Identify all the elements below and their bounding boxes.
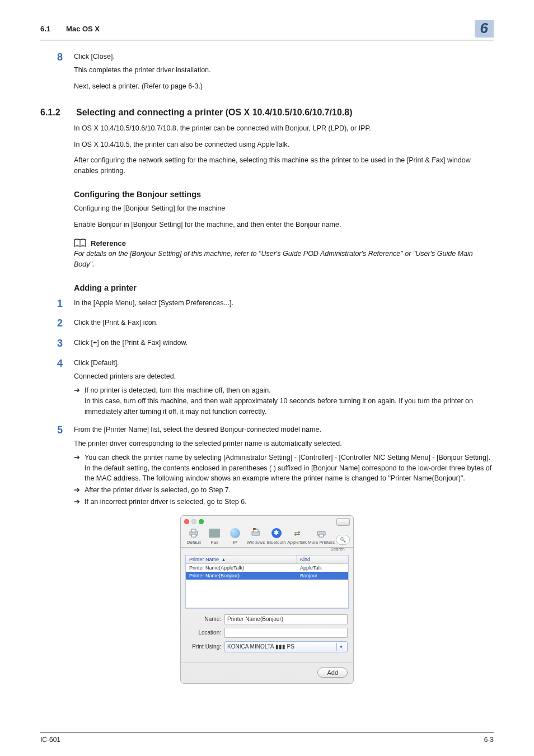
mac-toolbar: Default Fax IP Windows ✱: [181, 527, 353, 548]
row1-name: Printer Name(Bonjour): [186, 572, 297, 580]
step-4-b1: If no printer is detected, turn this mac…: [85, 386, 271, 394]
step-2-number: 2: [40, 318, 63, 330]
book-icon: [74, 239, 86, 248]
step-1: 1 In the [Apple Menu], select [System Pr…: [40, 298, 494, 310]
printer-list-row[interactable]: Printer Name(AppleTalk) AppleTalk: [186, 564, 348, 572]
toolbar-windows-label: Windows: [247, 540, 265, 545]
reference-block: Reference For details on the [Bonjour Se…: [74, 239, 494, 270]
printer-list[interactable]: Printer Name(AppleTalk) AppleTalk Printe…: [186, 564, 348, 608]
printer-icon: [186, 527, 201, 539]
svg-rect-1: [191, 529, 196, 532]
column-kind[interactable]: Kind: [297, 556, 348, 563]
search-icon: 🔍: [340, 537, 346, 543]
toolbar-windows[interactable]: Windows: [246, 527, 265, 545]
step-5: 5 From the [Printer Name] list, select t…: [40, 424, 494, 507]
step-5-bullet-3: ➔ If an incorrect printer driver is sele…: [74, 497, 494, 507]
toolbar-search-label: Search: [322, 547, 353, 552]
step-5-bullet-2: ➔ After the printer driver is selected, …: [74, 485, 494, 496]
step-4-sub1: Connected printers are detected.: [74, 371, 494, 382]
toolbar-search[interactable]: 🔍: [336, 535, 350, 545]
name-input-value: Printer Name(Bonjour): [227, 616, 283, 622]
step-5-number: 5: [40, 424, 63, 437]
section-6-1-2-number: 6.1.2: [40, 108, 63, 118]
step-4: 4 Click [Default]. Connected printers ar…: [40, 358, 494, 417]
svg-rect-8: [319, 534, 324, 537]
printusing-select[interactable]: KONICA MINOLTA ▮▮▮ PS ▾: [224, 641, 348, 652]
svg-rect-6: [255, 528, 256, 530]
toolbar-default-label: Default: [187, 540, 201, 545]
toolbar-toggle-button[interactable]: [336, 518, 350, 526]
page-footer: IC-601 6-3: [40, 732, 494, 744]
reference-label: Reference: [91, 239, 126, 248]
step-5-text: From the [Printer Name] list, select the…: [74, 424, 494, 435]
row0-name: Printer Name(AppleTalk): [186, 564, 297, 572]
toolbar-bluetooth[interactable]: ✱ Bluetooth: [266, 527, 286, 545]
step-2: 2 Click the [Print & Fax] icon.: [40, 318, 494, 330]
step-4-b1b: In this case, turn off this machine, and…: [85, 397, 473, 416]
svg-rect-2: [191, 534, 196, 537]
toolbar-more-label: More Printers: [308, 540, 335, 545]
minimize-window-icon[interactable]: [191, 519, 196, 524]
toolbar-default[interactable]: Default: [184, 527, 204, 545]
appletalk-icon: ⇄: [290, 527, 305, 539]
step-1-text: In the [Apple Menu], select [System Pref…: [74, 298, 494, 309]
adding-heading: Adding a printer: [74, 283, 494, 292]
after-step8-paragraph: Next, select a printer. (Refer to page 6…: [74, 81, 494, 92]
toolbar-fax[interactable]: Fax: [205, 527, 224, 545]
location-input[interactable]: [224, 628, 348, 638]
header-left: 6.1 Mac OS X: [40, 25, 100, 33]
header-section-number: 6.1: [40, 25, 50, 33]
sec612-p3: After configuring the network setting fo…: [74, 155, 494, 176]
arrow-icon: ➔: [74, 385, 80, 417]
chapter-badge: 6: [475, 20, 494, 38]
step-8-line2: This completes the printer driver instal…: [74, 65, 494, 76]
toolbar-appletalk[interactable]: ⇄ AppleTalk: [287, 527, 307, 545]
printusing-label: Print Using:: [186, 643, 221, 650]
add-button[interactable]: Add: [317, 668, 348, 678]
toolbar-more-printers[interactable]: More Printers: [308, 527, 335, 545]
step-8-line1: Click [Close].: [74, 52, 494, 62]
arrow-icon: ➔: [74, 485, 80, 496]
toolbar-ip-label: IP: [233, 540, 237, 545]
step-3-number: 3: [40, 338, 63, 350]
arrow-icon: ➔: [74, 452, 80, 484]
name-input[interactable]: Printer Name(Bonjour): [224, 614, 348, 624]
header-right: 6: [475, 20, 494, 38]
printer-list-row-selected[interactable]: Printer Name(Bonjour) Bonjour: [186, 572, 348, 580]
row1-kind: Bonjour: [297, 572, 348, 580]
window-controls[interactable]: [184, 519, 204, 524]
sort-asc-icon[interactable]: ▲: [222, 557, 226, 562]
step-5-sub1: The printer driver corresponding to the …: [74, 438, 494, 449]
toolbar-appletalk-label: AppleTalk: [287, 540, 307, 545]
globe-icon: [228, 527, 242, 539]
mac-titlebar: [181, 516, 353, 527]
chevron-updown-icon: ▾: [336, 643, 345, 651]
arrow-icon: ➔: [74, 497, 80, 507]
step-8-number: 8: [40, 52, 63, 64]
footer-left: IC-601: [40, 736, 60, 744]
step-5-b3: If an incorrect printer driver is select…: [85, 497, 247, 507]
zoom-window-icon[interactable]: [199, 519, 204, 524]
step-8: 8 Click [Close]. This completes the prin…: [40, 52, 494, 76]
printer-icon: [249, 527, 263, 539]
row0-kind: AppleTalk: [297, 564, 348, 572]
close-window-icon[interactable]: [184, 519, 189, 524]
section-6-1-2-heading: 6.1.2 Selecting and connecting a printer…: [40, 108, 494, 118]
column-printer-name[interactable]: Printer Name: [189, 557, 219, 562]
reference-text: For details on the [Bonjour Setting] of …: [74, 249, 494, 270]
step-1-number: 1: [40, 298, 63, 310]
step-4-number: 4: [40, 358, 63, 370]
toolbar-ip[interactable]: IP: [226, 527, 245, 545]
printer-form: Name: Printer Name(Bonjour) Location: Pr…: [181, 609, 353, 662]
toolbar-fax-label: Fax: [211, 540, 218, 545]
sec612-p1: In OS X 10.4/10.5/10.6/10.7/10.8, the pr…: [74, 123, 494, 134]
footer-right: 6-3: [484, 736, 494, 744]
printer-icon: [314, 527, 329, 539]
mac-add-printer-dialog: Default Fax IP Windows ✱: [180, 515, 354, 684]
location-label: Location:: [186, 629, 221, 636]
name-label: Name:: [186, 616, 221, 622]
step-5-bullet-1: ➔ You can check the printer name by sele…: [74, 452, 494, 484]
step-3-text: Click [+] on the [Print & Fax] window.: [74, 338, 494, 348]
printusing-value: KONICA MINOLTA ▮▮▮ PS: [227, 643, 294, 650]
printer-list-header: Printer Name ▲ Kind: [186, 556, 348, 564]
